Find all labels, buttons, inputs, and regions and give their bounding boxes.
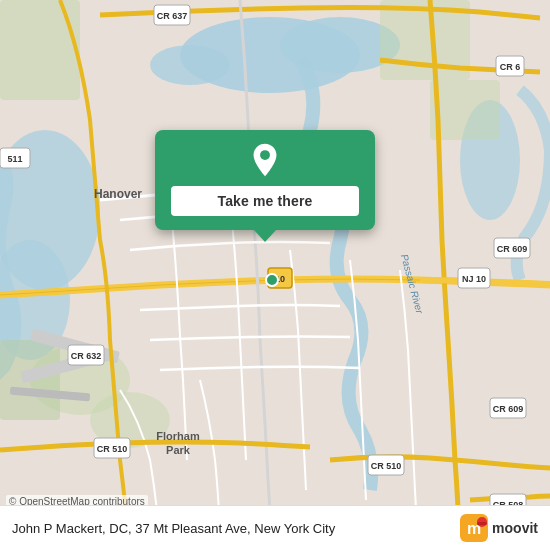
svg-text:CR 609: CR 609 <box>493 404 524 414</box>
svg-text:CR 632: CR 632 <box>71 351 102 361</box>
moovit-brand-name: moovit <box>492 520 538 536</box>
svg-point-42 <box>266 274 278 286</box>
svg-text:CR 6: CR 6 <box>500 62 521 72</box>
svg-text:CR 637: CR 637 <box>157 11 188 21</box>
popup-card: Take me there <box>155 130 375 230</box>
bottom-bar: John P Mackert, DC, 37 Mt Pleasant Ave, … <box>0 505 550 550</box>
map-container: CR 637 511 10 NJ 10 CR 632 CR 609 CR 609… <box>0 0 550 550</box>
svg-point-43 <box>260 150 270 160</box>
svg-rect-47 <box>477 522 487 525</box>
svg-point-3 <box>150 45 230 85</box>
location-pin-icon <box>247 142 283 178</box>
svg-text:CR 609: CR 609 <box>497 244 528 254</box>
svg-text:Hanover: Hanover <box>94 187 142 201</box>
svg-text:CR 510: CR 510 <box>371 461 402 471</box>
svg-rect-7 <box>0 0 80 100</box>
svg-text:NJ 10: NJ 10 <box>462 274 486 284</box>
svg-text:Park: Park <box>166 444 191 456</box>
address-label: John P Mackert, DC, 37 Mt Pleasant Ave, … <box>12 521 460 536</box>
svg-text:CR 510: CR 510 <box>97 444 128 454</box>
moovit-icon: m <box>460 514 488 542</box>
map-background: CR 637 511 10 NJ 10 CR 632 CR 609 CR 609… <box>0 0 550 550</box>
svg-text:511: 511 <box>7 154 22 164</box>
svg-text:Florham: Florham <box>156 430 200 442</box>
take-me-there-button[interactable]: Take me there <box>171 186 359 216</box>
moovit-logo: m moovit <box>460 514 538 542</box>
